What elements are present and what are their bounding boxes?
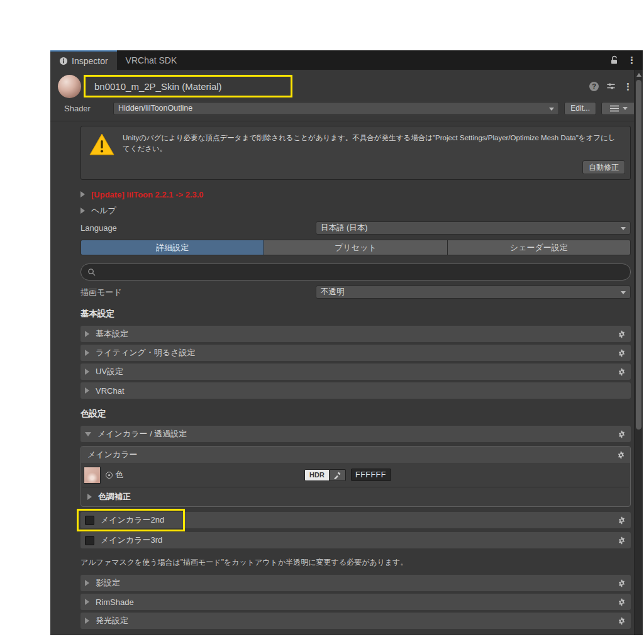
foldout-arrow-icon (80, 191, 85, 197)
rendering-mode-row: 描画モード 不透明 (80, 286, 631, 299)
tab-inspector[interactable]: Inspector (50, 50, 117, 70)
vertical-scrollbar[interactable] (634, 70, 643, 635)
tab-menu-icon[interactable]: ⋮ (627, 55, 636, 65)
alpha-mask-note: アルファマスクを使う場合は"描画モード"をカットアウトか半透明に変更する必要があ… (80, 557, 631, 569)
help-foldout[interactable]: ヘルプ (80, 204, 631, 218)
warning-icon (89, 133, 115, 179)
gear-icon[interactable] (617, 451, 625, 459)
update-label: [Update] lilToon 2.2.1 -> 2.3.0 (91, 190, 204, 199)
help-label: ヘルプ (91, 205, 116, 216)
foldout-label: VRChat (96, 386, 125, 396)
rendering-mode-value: 不透明 (321, 287, 345, 297)
foldout-uv-settings[interactable]: UV設定 (80, 364, 631, 380)
shader-value: Hidden/lilToonOutline (118, 104, 192, 113)
search-bar (80, 264, 631, 280)
foldout-emission-settings[interactable]: 発光設定 (80, 613, 631, 629)
main-texture-thumbnail[interactable] (84, 467, 101, 484)
shader-label: Shader (58, 104, 108, 113)
shader-dropdown[interactable]: Hidden/lilToonOutline (113, 102, 559, 115)
material-preview-sphere[interactable] (58, 75, 81, 98)
warning-text: Unityのバグにより必要な頂点データまで削除されることがあります。不具合が発生… (123, 133, 623, 179)
tab-vrchat-label: VRChat SDK (126, 55, 177, 65)
subheader-label: メインカラー (87, 449, 138, 460)
foldout-rimshade[interactable]: RimShade (80, 594, 631, 610)
foldout-arrow-icon (85, 369, 89, 375)
scroll-up-arrow-icon[interactable] (636, 73, 641, 77)
tab-vrchat-sdk[interactable]: VRChat SDK (117, 50, 186, 70)
color-settings-header: 色設定 (80, 408, 631, 421)
main-color-3rd-checkbox[interactable] (85, 536, 94, 545)
base-settings-header: 基本設定 (80, 308, 631, 321)
tab-detail-settings[interactable]: 詳細設定 (81, 240, 264, 255)
help-icon[interactable]: ? (589, 82, 599, 91)
tab-presets[interactable]: プリセット (264, 240, 447, 255)
main-color-2nd-checkbox[interactable] (85, 516, 94, 525)
language-value: 日本語 (日本) (321, 223, 367, 233)
unity-warning-box: Unityのバグにより必要な頂点データまで削除されることがあります。不具合が発生… (80, 126, 631, 180)
shader-list-button[interactable] (601, 102, 636, 115)
rendering-mode-dropdown[interactable]: 不透明 (316, 286, 631, 299)
gear-icon[interactable] (618, 368, 626, 376)
gear-icon[interactable] (618, 536, 626, 545)
search-icon (87, 268, 96, 276)
hdr-color-swatch[interactable]: HDR (304, 469, 330, 481)
foldout-label: RimShade (96, 597, 134, 607)
tone-correction-foldout[interactable]: 色調補正 (81, 487, 630, 506)
foldout-arrow-icon (85, 331, 89, 337)
inspector-menu-icon[interactable]: ⋮ (623, 82, 633, 91)
autofix-button[interactable]: 自動修正 (582, 160, 625, 174)
foldout-arrow-icon (85, 599, 89, 605)
header-divider (50, 121, 643, 121)
chevron-down-icon (621, 227, 626, 230)
foldout-label: 基本設定 (96, 328, 128, 340)
foldout-main-color-group[interactable]: メインカラー / 透過設定 (80, 426, 631, 442)
foldout-arrow-icon (85, 387, 89, 394)
update-foldout[interactable]: [Update] lilToon 2.2.1 -> 2.3.0 (80, 187, 631, 201)
foldout-label: 発光設定 (96, 615, 128, 626)
foldout-arrow-icon (80, 208, 85, 214)
window-tab-bar: Inspector VRChat SDK ⋮ (50, 50, 643, 70)
material-header: bn0010_m_2P_Skin (Material) ? ⋮ Shader H… (50, 70, 643, 115)
chevron-down-icon (549, 108, 554, 111)
language-dropdown[interactable]: 日本語 (日本) (316, 221, 631, 235)
foldout-arrow-icon (85, 350, 89, 356)
preset-icon[interactable] (606, 82, 616, 91)
material-name-highlight: bn0010_m_2P_Skin (Material) (84, 75, 292, 97)
lock-icon[interactable] (610, 55, 618, 65)
foldout-lighting-settings[interactable]: ライティング・明るさ設定 (80, 345, 631, 361)
rendering-mode-label: 描画モード (80, 287, 316, 298)
eyedropper-icon[interactable] (330, 469, 346, 481)
gear-icon[interactable] (618, 349, 626, 357)
foldout-label: 影設定 (96, 577, 120, 589)
tone-correction-label: 色調補正 (98, 491, 131, 502)
foldout-main-color-3rd[interactable]: メインカラー3rd (80, 532, 631, 548)
unity-inspector-panel: Inspector VRChat SDK ⋮ bn0010_m_2P_Skin … (50, 50, 643, 635)
info-icon (59, 57, 68, 65)
foldout-label: メインカラー3rd (101, 535, 162, 546)
gear-icon[interactable] (618, 516, 626, 525)
color-hex-field[interactable]: FFFFFF (351, 469, 391, 481)
foldout-label: UV設定 (96, 366, 123, 377)
scrollbar-thumb[interactable] (636, 80, 641, 430)
language-row: Language 日本語 (日本) (80, 221, 631, 235)
main-color-subheader: メインカラー (81, 447, 630, 463)
target-icon[interactable] (106, 472, 113, 479)
color-label: 色 (115, 469, 123, 480)
shader-edit-button[interactable]: Edit... (564, 102, 596, 115)
foldout-base-settings[interactable]: 基本設定 (80, 326, 631, 342)
gear-icon[interactable] (618, 330, 626, 338)
tab-shader-settings[interactable]: シェーダー設定 (448, 240, 630, 255)
main-color-row: 色 HDR FFFFFF (81, 463, 630, 487)
gear-icon[interactable] (618, 617, 626, 625)
gear-icon[interactable] (618, 430, 626, 438)
search-input[interactable] (99, 267, 624, 277)
material-name: bn0010_m_2P_Skin (Material) (94, 81, 222, 92)
foldout-open-arrow-icon (85, 432, 91, 436)
foldout-shadow-settings[interactable]: 影設定 (80, 575, 631, 591)
chevron-down-icon (623, 107, 628, 110)
gear-icon[interactable] (618, 598, 626, 606)
foldout-main-color-2nd[interactable]: メインカラー2nd (80, 512, 631, 528)
gear-icon[interactable] (618, 579, 626, 587)
foldout-arrow-icon (87, 494, 92, 500)
foldout-vrchat[interactable]: VRChat (80, 382, 631, 399)
